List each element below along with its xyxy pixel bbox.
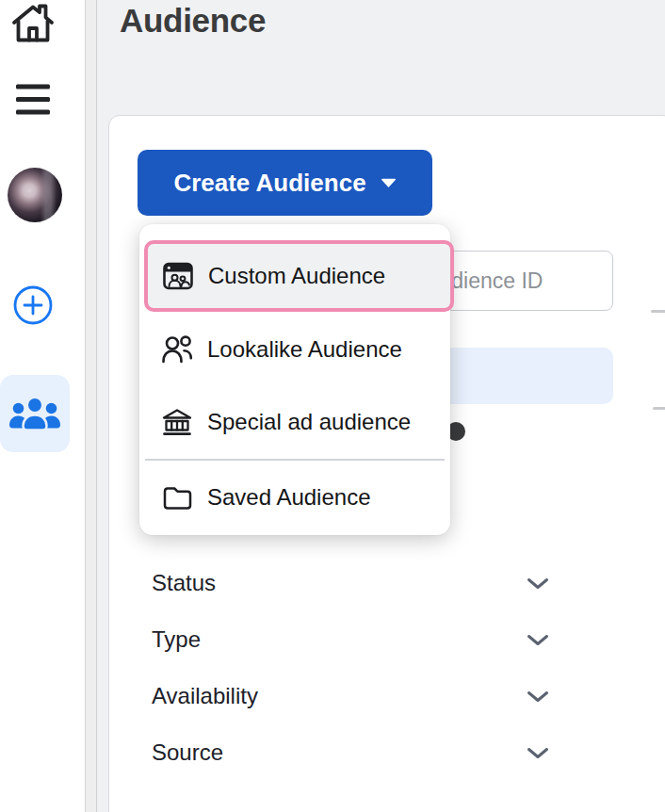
people-icon [8,395,62,432]
filter-label: Source [152,739,223,766]
chevron-down-icon [527,747,549,759]
menu-item-label: Saved Audience [207,484,370,511]
filter-row-availability[interactable]: Availability [152,677,549,715]
menu-item-saved-audience[interactable]: Saved Audience [139,479,450,516]
menu-item-label: Custom Audience [208,263,385,289]
caret-down-icon [381,178,397,187]
create-audience-button-label: Create Audience [173,169,365,198]
menu-item-special-ad-audience[interactable]: Special ad audience [139,403,450,441]
menu-item-label: Special ad audience [207,409,411,435]
divider-dash [653,407,665,410]
menu-divider [145,459,445,461]
audiences-page: Audience Create Audience Status Type [0,0,665,812]
chevron-down-icon [527,577,549,590]
create-audience-button[interactable]: Create Audience [138,150,432,216]
special-ad-audience-icon [160,407,194,437]
chevron-down-icon [527,690,549,703]
filter-row-source[interactable]: Source [152,734,549,771]
profile-avatar[interactable] [8,168,62,222]
chevron-down-icon [527,634,549,646]
hamburger-icon [15,84,51,115]
filter-row-status[interactable]: Status [152,564,549,602]
sidebar-item-home[interactable] [8,1,58,46]
vertical-scrollbar[interactable] [85,0,97,812]
filter-row-type[interactable]: Type [152,621,549,658]
audiences-panel: Create Audience Status Type Availability [108,115,665,812]
filter-label: Status [152,570,216,596]
custom-audience-icon [161,262,195,290]
create-audience-dropdown: Custom Audience Lookalike Audience [139,224,450,535]
menu-item-custom-audience-highlighted[interactable]: Custom Audience [144,240,454,312]
menu-item-lookalike-audience[interactable]: Lookalike Audience [139,331,450,368]
home-icon [9,2,57,45]
sidebar-item-create-new[interactable] [11,284,55,327]
saved-audience-icon [160,484,194,511]
left-sidebar [0,0,85,812]
sidebar-item-audiences-selected[interactable] [0,375,70,452]
filter-label: Availability [152,683,258,709]
menu-item-label: Lookalike Audience [207,336,402,363]
page-title: Audience [120,2,266,40]
sidebar-item-menu[interactable] [13,82,53,116]
plus-circle-icon [12,284,54,326]
lookalike-audience-icon [160,335,194,364]
filter-label: Type [152,626,201,653]
divider-dash [651,310,665,313]
